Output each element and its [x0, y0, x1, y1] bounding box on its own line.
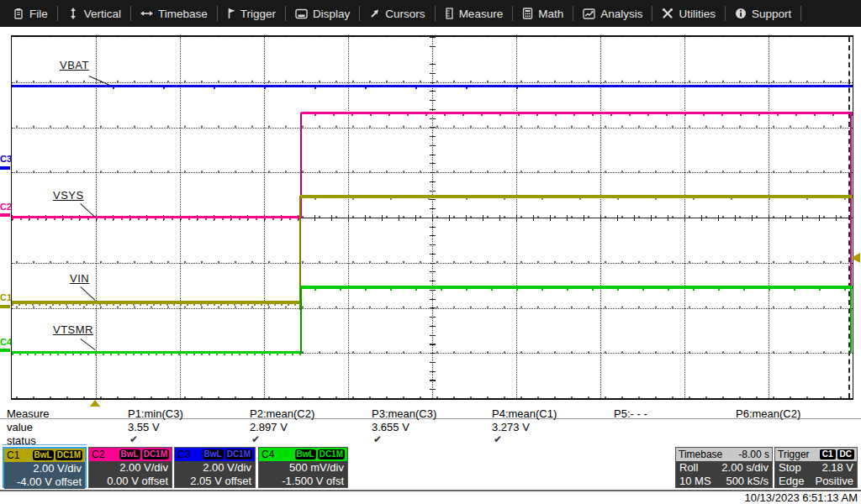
waveform-display: C3 C2 C1 C4 [0, 27, 861, 407]
menu-display[interactable]: Display [286, 0, 359, 27]
timebase-mode: Roll [679, 461, 698, 475]
trace-c1-noise [314, 198, 853, 200]
trigger-box[interactable]: Trigger C1 DC Stop 2.18 V Edge Positive [774, 447, 858, 488]
channel-marker-c4[interactable]: C4 [0, 337, 11, 347]
channel-c4-scale: 500 mV/div [262, 461, 344, 475]
timebase-memory: 10 MS [679, 475, 711, 488]
trigger-title: Trigger [778, 449, 810, 460]
channel-c4-offset: -1.500 V ofst [262, 475, 344, 488]
menu-trigger[interactable]: Trigger [218, 0, 285, 27]
trace-c3-noise [113, 87, 533, 89]
channel-marker-c1[interactable]: C1 [0, 292, 11, 302]
channel-box-c2-header: C2 BwL DC1M [89, 448, 172, 461]
monitor-icon [295, 8, 308, 19]
value-row-label: value [7, 421, 33, 433]
trigger-type: Edge [779, 475, 804, 488]
oscilloscope-app: File Vertical Timebase Trigger Display C… [0, 0, 861, 504]
trace-c4-noise [314, 289, 853, 291]
trace-label-vtsmr: VTSMR [53, 323, 93, 336]
menu-analysis-label: Analysis [600, 8, 642, 20]
ruler-icon [445, 8, 454, 19]
menu-vertical-label: Vertical [84, 8, 121, 20]
menu-vertical[interactable]: Vertical [58, 0, 130, 27]
measure-p4-value: 3.273 V [492, 421, 530, 433]
timebase-box[interactable]: Timebase -8.00 s Roll 2.00 s/div 10 MS 5… [675, 447, 773, 488]
menu-cursors[interactable]: Cursors [360, 0, 434, 27]
timebase-position: -8.00 s [738, 449, 769, 460]
status-underline [3, 444, 87, 445]
channel-marker-c3-tick [0, 166, 10, 170]
channel-box-c1-header: C1 BwL DC1M [4, 449, 85, 462]
measure-p4-status-icon: ✔ [494, 433, 502, 445]
calculator-icon [522, 8, 533, 19]
tools-icon [662, 8, 673, 19]
channel-c1-label: C1 [7, 449, 19, 461]
measure-p3-status-icon: ✔ [373, 433, 382, 445]
menu-bar: File Vertical Timebase Trigger Display C… [0, 0, 861, 27]
measure-p1-value: 3.55 V [128, 421, 160, 433]
menu-math-label: Math [538, 8, 563, 20]
measure-p2-param[interactable]: P2:mean(C2) [250, 407, 314, 420]
menu-math[interactable]: Math [513, 0, 573, 27]
timebase-rate: 500 kS/s [726, 475, 769, 488]
descriptor-row: C1 BwL DC1M 2.00 V/div -4.00 V offset C2… [0, 447, 861, 489]
menu-trigger-label: Trigger [240, 8, 276, 20]
channel-marker-c4-tick [0, 349, 10, 352]
channel-marker-c1-tick [0, 305, 10, 308]
channel-c4-label: C4 [261, 449, 274, 460]
channel-box-c4[interactable]: C4 BwL DC1M 500 mV/div -1.500 V ofst [258, 447, 348, 488]
menu-analysis[interactable]: Analysis [573, 0, 652, 27]
chart-icon [583, 8, 595, 19]
menu-file[interactable]: File [3, 0, 57, 27]
channel-marker-c2[interactable]: C2 [0, 202, 11, 212]
trigger-source-badge: C1 [820, 449, 836, 459]
menu-utilities-label: Utilities [679, 8, 716, 20]
trace-c4-step [300, 287, 302, 354]
file-icon [13, 8, 24, 19]
menu-measure[interactable]: Measure [436, 0, 513, 27]
trace-c2-noise [12, 218, 301, 220]
trace-label-pointer [80, 339, 95, 350]
trace-label-vsys: VSYS [53, 189, 84, 202]
menu-utilities[interactable]: Utilities [652, 0, 725, 27]
trace-c4-noise [12, 354, 301, 355]
bwl-badge: BwL [119, 449, 140, 459]
bwl-badge: BwL [203, 449, 224, 459]
menu-cursors-label: Cursors [385, 8, 425, 20]
trigger-mode: Stop [779, 461, 801, 475]
coupling-badge: DC1M [318, 449, 345, 459]
menu-display-label: Display [313, 8, 350, 20]
bwl-badge: BwL [33, 450, 54, 460]
menu-separator [800, 6, 801, 21]
menu-measure-label: Measure [459, 8, 504, 20]
measure-p5-param[interactable]: P5:- - - [614, 407, 647, 420]
trace-label-vbat: VBAT [60, 59, 89, 71]
measure-p2-value: 2.897 V [250, 421, 288, 433]
channel-box-c2[interactable]: C2 BwL DC1M 2.00 V/div 0.00 V offset [88, 447, 172, 488]
timebase-title: Timebase [679, 449, 722, 460]
measure-p3-value: 3.655 V [372, 421, 409, 433]
trace-label-vin: VIN [70, 272, 89, 285]
measure-table: Measure value status P1:min(C3) P2:mean(… [0, 407, 861, 447]
measure-p3-param[interactable]: P3:mean(C3) [372, 407, 436, 420]
channel-marker-c3[interactable]: C3 [0, 154, 11, 164]
cursor-arrow-icon [369, 8, 380, 19]
measure-p2-status-icon: ✔ [251, 433, 260, 445]
vertical-axis-ticks [430, 37, 436, 398]
trigger-level-arrow[interactable] [851, 253, 860, 263]
datetime-display: 10/13/2023 6:51:13 AM [0, 491, 858, 504]
channel-box-c1[interactable]: C1 BwL DC1M 2.00 V/div -4.00 V offset [3, 447, 87, 488]
menu-support[interactable]: Support [726, 0, 800, 27]
horizontal-arrows-icon [140, 8, 153, 19]
trigger-header: Trigger C1 DC [775, 448, 857, 461]
coupling-badge: DC1M [225, 449, 252, 459]
measure-p6-param[interactable]: P6:mean(C2) [736, 407, 800, 420]
channel-box-c3[interactable]: C3 BwL DC1M 2.00 V/div 2.05 V offset [174, 447, 256, 488]
menu-timebase[interactable]: Timebase [131, 0, 217, 27]
channel-c1-offset: -4.00 V offset [8, 475, 82, 489]
channel-c3-scale: 2.00 V/div [178, 461, 251, 475]
measure-p1-param[interactable]: P1:min(C3) [128, 407, 183, 420]
channel-box-c3-header: C3 BwL DC1M [175, 448, 255, 461]
timebase-scale: 2.00 s/div [721, 461, 769, 475]
measure-p4-param[interactable]: P4:mean(C1) [492, 407, 557, 420]
